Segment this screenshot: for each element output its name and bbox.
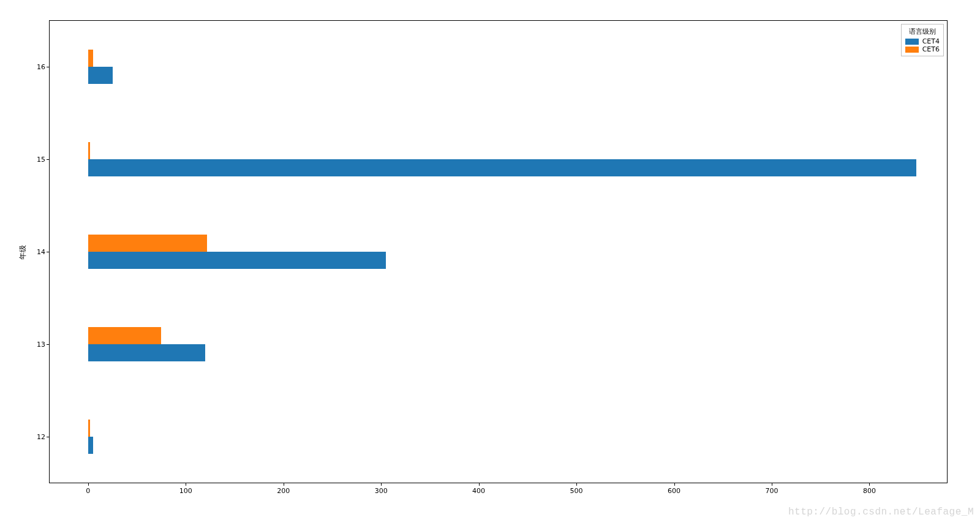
watermark: http://blog.csdn.net/Leafage_M <box>788 507 974 518</box>
bar-CET6-16 <box>88 50 93 67</box>
y-tick-label: 15 <box>36 155 45 163</box>
x-tick-label: 200 <box>277 487 290 495</box>
y-tick-label: 16 <box>36 62 45 70</box>
x-tick <box>772 483 772 486</box>
bar-CET4-14 <box>88 252 386 269</box>
bar-CET4-16 <box>88 67 113 84</box>
legend-item-cet6: CET6 <box>905 45 940 53</box>
legend-label-cet6: CET6 <box>922 45 940 53</box>
y-tick-label: 13 <box>36 341 45 349</box>
bar-CET6-14 <box>88 235 208 252</box>
x-tick-label: 700 <box>765 487 778 495</box>
x-tick <box>479 483 480 486</box>
x-tick-label: 300 <box>375 487 388 495</box>
y-axis-label: 年级 <box>18 245 28 260</box>
x-tick-label: 100 <box>179 487 192 495</box>
bar-CET4-13 <box>88 344 205 361</box>
y-tick <box>47 159 49 160</box>
bar-CET4-15 <box>88 159 916 176</box>
legend-label-cet4: CET4 <box>922 37 940 45</box>
legend: 语言级别 CET4 CET6 <box>901 24 944 56</box>
legend-swatch-cet4 <box>905 39 919 45</box>
x-tick-label: 500 <box>570 487 583 495</box>
legend-item-cet4: CET4 <box>905 37 940 45</box>
bar-CET6-12 <box>88 420 90 437</box>
y-tick <box>47 252 49 252</box>
y-tick-label: 12 <box>36 433 45 441</box>
x-tick <box>88 483 89 486</box>
x-tick <box>576 483 577 486</box>
y-tick <box>47 437 49 437</box>
x-tick-label: 0 <box>86 487 90 495</box>
y-tick <box>47 344 49 345</box>
y-tick <box>47 67 49 67</box>
x-tick <box>381 483 382 486</box>
x-tick <box>869 483 870 486</box>
bar-CET6-13 <box>88 327 162 344</box>
x-tick-label: 600 <box>668 487 680 495</box>
bar-CET6-15 <box>88 142 90 159</box>
x-tick <box>284 483 284 486</box>
x-tick-label: 400 <box>472 487 485 495</box>
x-tick <box>186 483 186 486</box>
legend-title: 语言级别 <box>905 27 940 36</box>
legend-swatch-cet6 <box>905 47 919 53</box>
x-tick-label: 800 <box>863 487 876 495</box>
y-tick-label: 14 <box>36 248 45 256</box>
x-tick <box>674 483 675 486</box>
bar-CET4-12 <box>88 437 93 454</box>
